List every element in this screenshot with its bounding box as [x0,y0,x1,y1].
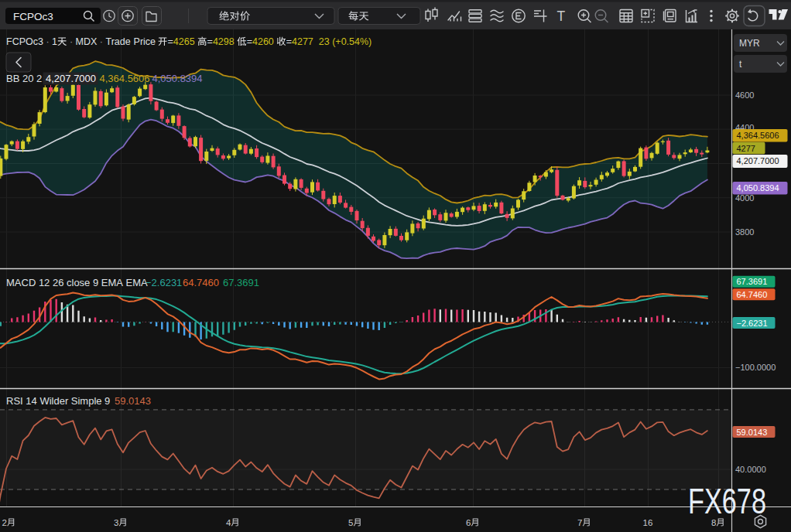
svg-text:16: 16 [643,518,653,527]
svg-text:MACD: MACD [6,277,36,288]
svg-text:12: 12 [39,277,50,288]
svg-text:=: = [286,36,292,47]
svg-text:4277: 4277 [737,144,755,153]
svg-text:4,364.5606: 4,364.5606 [100,73,150,84]
svg-text:FCPOc3: FCPOc3 [6,36,43,47]
svg-text:5: 5 [348,518,353,527]
svg-text:·: · [70,36,73,47]
svg-text:4,207.7000: 4,207.7000 [46,73,96,84]
svg-text:7: 7 [577,518,582,527]
svg-text:Price: Price [134,36,156,47]
svg-text:64.7460: 64.7460 [183,277,219,288]
svg-text:close: close [67,277,90,288]
svg-text:4600: 4600 [735,90,754,100]
svg-text:=: = [207,36,213,47]
svg-text:4,050.8394: 4,050.8394 [152,73,203,84]
svg-text:·: · [46,36,49,47]
svg-text:59.0143: 59.0143 [737,428,768,437]
svg-text:14: 14 [26,395,36,407]
svg-text:BB: BB [6,73,19,84]
svg-text:EMA: EMA [101,277,124,288]
svg-text:Trade: Trade [106,36,131,47]
svg-text:4,050.8394: 4,050.8394 [737,183,779,193]
svg-text:64.7460: 64.7460 [737,290,768,299]
svg-text:2: 2 [36,73,42,84]
svg-text:−100.0000: −100.0000 [735,363,776,372]
svg-text:RSI: RSI [6,395,23,407]
svg-text:4000: 4000 [735,193,754,203]
svg-text:4298: 4298 [213,36,235,47]
svg-text:2: 2 [2,518,7,527]
svg-text:MYR: MYR [739,38,760,49]
svg-text:(+0.54%): (+0.54%) [332,36,372,47]
svg-text:3800: 3800 [735,227,754,237]
svg-text:67.3691: 67.3691 [223,277,259,288]
svg-text:=: = [247,36,252,47]
svg-text:T: T [557,9,566,24]
svg-text:·: · [100,36,103,47]
svg-text:Wilder: Wilder [39,395,69,407]
svg-text:4265: 4265 [173,36,195,47]
svg-text:4,364.5606: 4,364.5606 [737,131,779,140]
svg-text:6: 6 [466,518,471,527]
svg-text:20: 20 [22,73,33,84]
svg-text:4277: 4277 [292,36,313,47]
svg-text:−2.6231: −2.6231 [146,277,182,288]
svg-text:4,207.7000: 4,207.7000 [737,156,779,165]
svg-text:9: 9 [93,277,98,288]
svg-text:Simple: Simple [71,395,102,407]
svg-text:59.0143: 59.0143 [115,395,151,407]
svg-text:EMA: EMA [126,277,149,288]
svg-text:23: 23 [319,36,330,47]
svg-text:FX678: FX678 [688,481,766,521]
svg-text:3: 3 [114,518,118,527]
svg-text:FCPOc3: FCPOc3 [13,11,53,22]
svg-text:9: 9 [104,395,110,407]
svg-text:40.0000: 40.0000 [735,465,766,474]
svg-text:4260: 4260 [252,36,274,47]
svg-text:−2.6231: −2.6231 [737,319,768,328]
svg-text:26: 26 [53,277,63,288]
svg-text:4: 4 [226,518,231,527]
svg-text:MDX: MDX [76,36,98,47]
svg-text:67.3691: 67.3691 [737,277,768,286]
svg-text:1: 1 [52,36,57,47]
svg-text:=: = [168,36,173,47]
